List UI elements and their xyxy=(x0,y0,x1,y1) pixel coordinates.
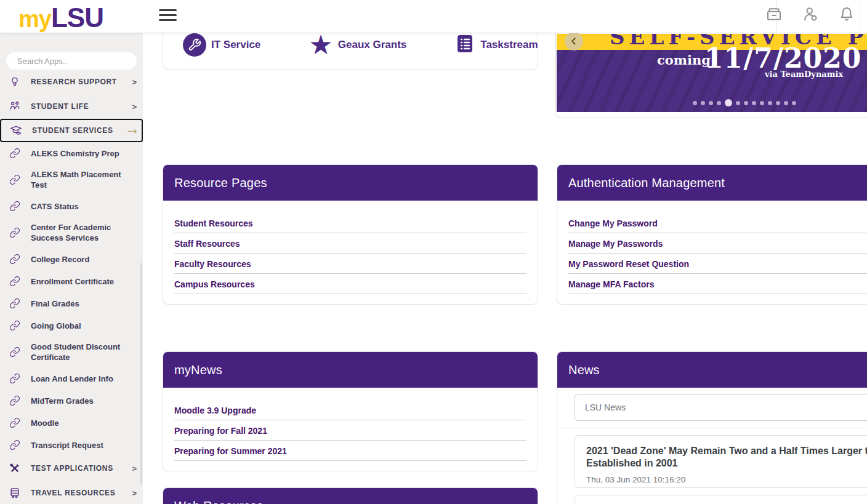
carousel-dot[interactable] xyxy=(717,101,721,105)
sidebar-item-aleks-chemistry-prep[interactable]: ALEKS Chemistry Prep xyxy=(0,142,143,164)
logo-suffix: LSU xyxy=(51,2,103,33)
news-feed-selected-value: LSU News xyxy=(585,402,626,412)
news-item[interactable]: 2021 'Dead Zone' May Remain Two and a Ha… xyxy=(575,435,867,488)
sidebar-item-test-applications[interactable]: TEST APPLICATIONS > xyxy=(0,456,143,481)
link-manage-mfa-factors[interactable]: Manage MFA Factors xyxy=(568,274,867,294)
sidebar-item-loan-and-lender-info[interactable]: Loan And Lender Info xyxy=(0,367,143,390)
sidebar-item-label: STUDENT LIFE xyxy=(31,102,129,111)
sidebar-item-travel-resources[interactable]: TRAVEL RESOURCES > xyxy=(0,481,143,504)
sidebar-item-research-support[interactable]: RESEARCH SUPPORT > xyxy=(0,70,143,94)
link-icon xyxy=(7,225,22,240)
carousel-dot[interactable] xyxy=(736,101,740,105)
hamburger-menu-icon[interactable] xyxy=(159,9,177,25)
news-card: News LSU News 2021 'Dead Zone' May Remai… xyxy=(557,351,867,504)
quick-link-label: IT Service xyxy=(211,39,260,51)
carousel-slide-self-service-portal: SELF-SERVICE PORTAL coming 11/7/2020 via… xyxy=(557,34,867,112)
sidebar-item-transcript-request[interactable]: Transcript Request xyxy=(0,434,143,456)
link-moodle-upgrade[interactable]: Moodle 3.9 Upgrade xyxy=(174,400,526,420)
sidebar-item-label: Transcript Request xyxy=(31,440,124,450)
link-icon xyxy=(7,172,22,187)
link-preparing-summer-2021[interactable]: Preparing for Summer 2021 xyxy=(174,441,526,461)
sidebar-item-label: Moodle xyxy=(31,418,124,428)
carousel-prev-button[interactable] xyxy=(565,32,583,50)
card-title: News xyxy=(568,363,600,377)
card-header: myNews xyxy=(163,352,538,388)
carousel-dot[interactable] xyxy=(760,101,764,105)
sidebar-item-aleks-math-placement-test[interactable]: ALEKS Math Placement Test xyxy=(0,164,143,195)
search-input[interactable] xyxy=(6,52,137,70)
carousel-dot[interactable] xyxy=(776,101,780,105)
sidebar-item-label: TEST APPLICATIONS xyxy=(31,464,129,473)
apps-drawer-icon[interactable] xyxy=(765,5,783,23)
carousel-dot[interactable] xyxy=(752,101,756,105)
link-staff-resources[interactable]: Staff Resources xyxy=(174,233,526,254)
quick-link-taskstream[interactable]: Taskstream xyxy=(454,33,538,57)
link-faculty-resources[interactable]: Faculty Resources xyxy=(174,254,526,274)
quick-link-label: Geaux Grants xyxy=(338,39,407,51)
chevron-right-icon: > xyxy=(132,102,137,111)
sidebar-item-label: Loan And Lender Info xyxy=(31,374,124,384)
chevron-right-icon: > xyxy=(132,489,137,498)
sidebar-item-midterm-grades[interactable]: MidTerm Grades xyxy=(0,390,143,412)
link-change-my-password[interactable]: Change My Password xyxy=(568,213,867,233)
carousel-dot[interactable] xyxy=(792,101,796,105)
link-icon xyxy=(7,318,22,333)
quick-link-label: Taskstream xyxy=(480,39,538,51)
graduation-cap-icon xyxy=(9,123,23,138)
news-item-title-line2: Established in 2001 xyxy=(586,457,867,470)
sidebar-item-label: CATS Status xyxy=(31,201,124,212)
carousel-dot[interactable] xyxy=(744,101,748,105)
quick-link-it-service[interactable]: IT Service xyxy=(183,33,260,57)
sidebar-item-label: Good Student Discount Certificate xyxy=(31,342,124,362)
sidebar-item-label: College Record xyxy=(31,254,124,265)
link-icon xyxy=(7,252,22,266)
sidebar-item-label: Enrollment Certificate xyxy=(31,276,124,287)
carousel-dot[interactable] xyxy=(725,99,732,106)
star-icon: ★ xyxy=(308,33,333,57)
lightbulb-icon xyxy=(7,74,22,89)
link-icon xyxy=(7,393,22,408)
sidebar-item-moodle[interactable]: Moodle xyxy=(0,412,143,434)
sidebar-item-final-grades[interactable]: Final Grades xyxy=(0,292,143,314)
chevron-down-icon: ⤍ xyxy=(127,126,135,136)
link-manage-my-passwords[interactable]: Manage My Passwords xyxy=(568,233,867,254)
sidebar-item-student-services[interactable]: STUDENT SERVICES ⤍ xyxy=(0,119,143,142)
carousel-dot[interactable] xyxy=(709,101,713,105)
sidebar-item-going-global[interactable]: Going Global xyxy=(0,314,143,337)
notifications-icon[interactable] xyxy=(837,5,856,23)
sidebar-item-label: ALEKS Math Placement Test xyxy=(31,169,124,190)
quick-link-geaux-grants[interactable]: ★ Geaux Grants xyxy=(308,33,406,57)
carousel-dot[interactable] xyxy=(701,101,705,105)
app-sidebar: RESEARCH SUPPORT > STUDENT LIFE > STUDEN… xyxy=(0,33,143,504)
sidebar-item-center-for-academic-success[interactable]: Center For Academic Success Services xyxy=(0,217,143,248)
sidebar-item-cats-status[interactable]: CATS Status xyxy=(0,195,143,217)
news-item[interactable] xyxy=(575,495,867,504)
link-student-resources[interactable]: Student Resources xyxy=(174,213,526,233)
link-icon xyxy=(7,296,22,311)
link-preparing-fall-2021[interactable]: Preparing for Fall 2021 xyxy=(174,420,526,441)
chevron-right-icon: > xyxy=(132,464,137,473)
news-feed-select[interactable]: LSU News xyxy=(575,394,867,421)
carousel-dot[interactable] xyxy=(693,101,697,105)
carousel-dot[interactable] xyxy=(784,101,788,105)
link-icon xyxy=(7,274,22,289)
carousel-dot[interactable] xyxy=(768,101,772,105)
card-header: News xyxy=(557,352,867,388)
sidebar-item-enrollment-certificate[interactable]: Enrollment Certificate xyxy=(0,270,143,292)
sidebar-scrollbar[interactable] xyxy=(140,263,142,484)
link-my-password-reset-question[interactable]: My Password Reset Question xyxy=(568,254,867,274)
link-icon xyxy=(7,438,22,452)
card-header: Authentication Management xyxy=(557,165,867,201)
link-icon xyxy=(7,345,22,359)
sidebar-item-label: STUDENT SERVICES xyxy=(32,126,125,135)
sidebar-item-student-life[interactable]: STUDENT LIFE > xyxy=(0,94,143,119)
sidebar-item-good-student-discount[interactable]: Good Student Discount Certificate xyxy=(0,337,143,367)
sidebar-item-college-record[interactable]: College Record xyxy=(0,248,143,270)
news-item-title-line1: 2021 'Dead Zone' May Remain Two and a Ha… xyxy=(586,445,867,457)
card-title: Web Resources xyxy=(174,499,264,504)
news-item-date: Thu, 03 Jun 2021 10:16:20 xyxy=(586,475,867,484)
account-icon[interactable] xyxy=(801,5,820,23)
link-campus-resources[interactable]: Campus Resources xyxy=(174,274,526,294)
mylsu-logo[interactable]: myLSU xyxy=(18,2,103,33)
list-icon xyxy=(454,33,475,57)
